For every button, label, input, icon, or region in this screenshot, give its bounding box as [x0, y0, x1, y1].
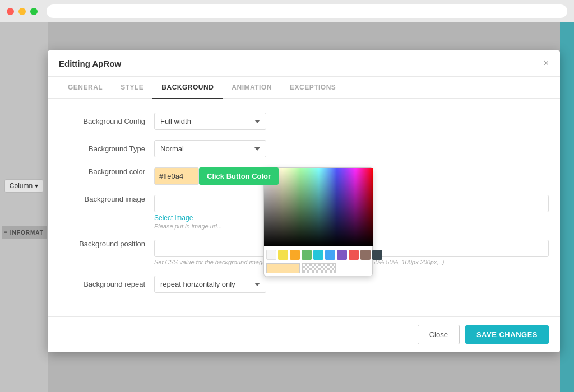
swatch-6[interactable] [337, 250, 347, 260]
bg-repeat-row: Background repeat repeat horizontally on… [59, 276, 549, 293]
bg-repeat-label: Background repeat [59, 280, 154, 288]
color-hex-input[interactable] [154, 167, 199, 185]
color-gradient-area[interactable] [264, 168, 373, 246]
bg-type-label: Background Type [59, 144, 154, 153]
tabs-bar: GENERAL STYLE BACKGROUND ANIMATION EXCEP… [48, 77, 560, 99]
traffic-light-red[interactable] [7, 8, 14, 15]
bg-config-row: Background Config Full width [59, 113, 549, 130]
transparent-box[interactable] [302, 263, 336, 273]
swatch-5[interactable] [325, 250, 335, 260]
modal-footer: Close SAVE CHANGES [48, 316, 560, 352]
tab-exceptions[interactable]: EXCEPTIONS [281, 77, 345, 99]
save-changes-button[interactable]: SAVE CHANGES [465, 325, 549, 344]
tab-animation[interactable]: ANIMATION [223, 77, 281, 99]
bg-repeat-select[interactable]: repeat horizontally only [154, 276, 266, 293]
bg-config-select[interactable]: Full width [154, 113, 266, 130]
modal-dialog: Editting ApRow × GENERAL STYLE BACKGROUN… [48, 50, 560, 352]
tab-style[interactable]: STYLE [112, 77, 152, 99]
swatch-2[interactable] [290, 250, 300, 260]
bg-type-row: Background Type Normal [59, 140, 549, 157]
swatch-0[interactable] [266, 250, 276, 260]
swatch-3[interactable] [302, 250, 312, 260]
bg-type-select[interactable]: Normal [154, 140, 266, 157]
modal-title: Editting ApRow [59, 59, 121, 68]
title-bar [0, 0, 574, 22]
close-button[interactable]: Close [418, 325, 460, 344]
traffic-light-green[interactable] [30, 8, 38, 15]
modal-body: Background Config Full width Background … [48, 99, 560, 316]
tab-general[interactable]: GENERAL [59, 77, 112, 99]
color-swatches [264, 246, 372, 261]
bg-color-label: Background color [59, 167, 154, 176]
bg-image-label: Background image [59, 195, 154, 203]
bg-config-control: Full width [154, 113, 549, 130]
color-picker-popup [263, 167, 373, 276]
bg-repeat-control: repeat horizontally only [154, 276, 549, 293]
bg-color-row: Background color Click Button Color [59, 167, 549, 185]
swatch-1[interactable] [278, 250, 288, 260]
tab-background[interactable]: BACKGROUND [152, 77, 223, 99]
current-color-box[interactable] [266, 263, 300, 273]
swatch-8[interactable] [360, 250, 371, 260]
bg-type-control: Normal [154, 140, 549, 157]
click-button-color[interactable]: Click Button Color [199, 167, 279, 185]
swatch-4[interactable] [313, 250, 323, 260]
swatch-9[interactable] [372, 250, 382, 260]
bg-config-label: Background Config [59, 117, 154, 125]
url-bar[interactable] [47, 4, 567, 18]
modal-header: Editting ApRow × [48, 50, 560, 77]
editor-background: Column ▾ ≡ INFORMAT Editting ApRow × GEN… [0, 22, 574, 392]
traffic-light-yellow[interactable] [18, 8, 26, 15]
color-current-row [266, 263, 370, 273]
bg-position-label: Background position [59, 240, 154, 248]
swatch-7[interactable] [349, 250, 359, 260]
modal-close-button[interactable]: × [544, 58, 549, 68]
color-input-group: Click Button Color [154, 167, 219, 185]
